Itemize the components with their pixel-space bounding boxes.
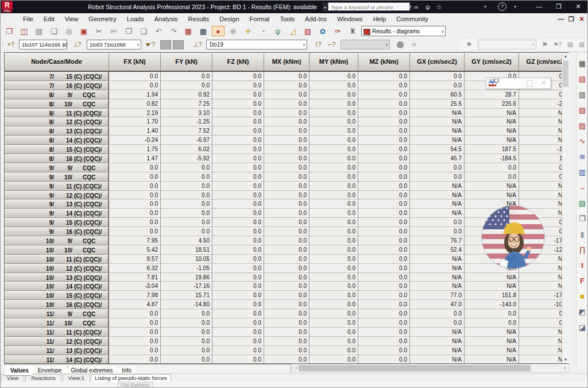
value-cell[interactable]: 0.0 (109, 172, 161, 182)
value-cell[interactable]: 0.0 (161, 191, 212, 200)
value-cell[interactable]: 0.0 (264, 227, 310, 236)
scroll-down-icon[interactable]: ▼ (562, 356, 569, 363)
calculator-icon[interactable]: ▦ (182, 26, 195, 37)
value-cell[interactable]: 0.0 (264, 328, 310, 337)
value-cell[interactable]: 0.0 (310, 72, 358, 81)
value-cell[interactable]: 0.0 (358, 72, 410, 81)
bookmark-help-icon[interactable]: ⚑? (551, 40, 564, 50)
paste-icon[interactable]: ❑ (137, 26, 150, 37)
row-label-cell[interactable]: 11/11 (C) (CQC)/ (5, 328, 109, 337)
value-cell[interactable]: -3.04 (109, 282, 161, 291)
value-cell[interactable]: N/A (410, 126, 465, 136)
window-up-icon[interactable]: ⊞ (577, 40, 587, 50)
value-cell[interactable]: 0.0 (161, 81, 212, 90)
value-cell[interactable]: 25.5 (410, 99, 465, 109)
scroll-right-icon[interactable]: › (562, 364, 568, 372)
value-cell[interactable]: 0.0 (212, 172, 264, 182)
value-cell[interactable]: 0.0 (212, 309, 264, 318)
taskbar-file-explorer[interactable]: File Explorer (117, 382, 153, 388)
value-cell[interactable]: 0.0 (109, 355, 161, 363)
value-cell[interactable]: -17.16 (161, 282, 212, 291)
value-cell[interactable]: 0.0 (109, 72, 161, 81)
search-expand-icon[interactable]: ▸ (323, 3, 328, 11)
value-cell[interactable]: 0.0 (264, 273, 310, 282)
column-header-gx[interactable]: GX (cm/sec2) (410, 53, 465, 71)
value-cell[interactable]: 0.0 (212, 163, 264, 172)
value-cell[interactable]: 0.0 (410, 218, 465, 227)
value-cell[interactable]: 0.0 (109, 191, 161, 200)
value-cell[interactable]: 0.0 (310, 273, 358, 282)
row-label-cell[interactable]: 8/15 (C) (CQC)/ (5, 145, 109, 154)
value-cell[interactable]: 0.0 (310, 109, 358, 118)
floating-mini-window[interactable]: ✕ (486, 78, 551, 89)
value-cell[interactable]: 0. (519, 90, 562, 99)
row-label-cell[interactable]: 11/9/CQC (5, 309, 109, 318)
redo-icon[interactable]: ↷ (167, 26, 180, 37)
value-cell[interactable]: 0.0 (310, 318, 358, 328)
account-avatar-icon[interactable]: ☻ (384, 2, 393, 11)
value-cell[interactable]: N/A (410, 282, 465, 291)
envelope-diagram-icon[interactable]: ≋ (577, 149, 588, 164)
antenna-icon[interactable]: ψ (423, 2, 432, 11)
value-cell[interactable]: 0.0 (358, 218, 410, 227)
value-cell[interactable]: 0.0 (109, 182, 161, 191)
value-cell[interactable]: 0.0 (264, 218, 310, 227)
value-cell[interactable]: -10. (519, 300, 562, 309)
value-cell[interactable]: 10.05 (161, 255, 212, 264)
row-label-cell[interactable]: 11/14 (C) (CQC)/ (5, 355, 109, 363)
value-cell[interactable]: 0.0 (212, 117, 264, 126)
value-cell[interactable]: 0.0 (161, 309, 212, 318)
value-cell[interactable]: 0.0 (161, 218, 212, 227)
value-cell[interactable]: 0.0 (358, 126, 410, 136)
value-cell[interactable]: N/ (519, 191, 562, 200)
minimize-button[interactable]: — (530, 1, 548, 13)
sheet-tab-values[interactable]: Values (4, 367, 35, 376)
link-icon[interactable]: ∞ (408, 39, 420, 49)
value-cell[interactable]: -5.92 (161, 154, 212, 163)
value-cell[interactable]: 0.0 (264, 236, 310, 245)
row-label-cell[interactable]: 10/10/CQC (5, 245, 109, 255)
menu-item-analysis[interactable]: Analysis (149, 13, 183, 25)
value-cell[interactable]: 0.0 (310, 145, 358, 154)
value-cell[interactable]: -1.25 (161, 117, 212, 126)
value-cell[interactable]: 0.0 (358, 90, 410, 99)
value-cell[interactable]: N/ (519, 109, 562, 118)
value-cell[interactable]: 0.0 (212, 245, 264, 255)
bookmark2-icon[interactable]: ⚑ (540, 40, 550, 50)
value-cell[interactable]: 18.51 (161, 245, 212, 255)
plate-table-icon[interactable]: ❐ (577, 211, 588, 226)
value-cell[interactable]: 0.0 (358, 172, 410, 182)
value-cell[interactable]: 0.0 (212, 300, 264, 309)
window-down-icon[interactable]: ⊞ (565, 40, 575, 50)
print-icon[interactable]: ▤ (33, 26, 45, 37)
measure-icon[interactable]: ◿ (287, 26, 299, 37)
value-cell[interactable]: 0.0 (264, 318, 310, 328)
value-cell[interactable]: 4.50 (161, 236, 212, 245)
case-filter-icon[interactable]: ⊥? (191, 39, 204, 49)
value-cell[interactable]: 0.0 (358, 236, 410, 245)
column-header-node-case-mode[interactable]: Node/Case/Mode (5, 53, 109, 71)
value-cell[interactable]: 0.0 (358, 199, 410, 209)
value-cell[interactable]: 5.42 (109, 245, 161, 255)
forces-table-icon[interactable]: ▧ (577, 102, 588, 118)
value-cell[interactable]: 0.0 (410, 227, 465, 236)
value-cell[interactable]: 0. (519, 163, 562, 172)
value-cell[interactable]: 0.0 (358, 99, 410, 109)
value-cell[interactable]: 0.0 (465, 318, 519, 328)
value-cell[interactable]: 45.7 (410, 154, 465, 163)
value-cell[interactable]: 19.86 (161, 273, 212, 282)
value-cell[interactable]: 0.0 (310, 136, 358, 145)
value-cell[interactable]: 0.0 (264, 300, 310, 309)
value-cell[interactable]: N/A (465, 337, 519, 346)
delete-icon[interactable]: ✄ (107, 26, 120, 37)
menu-item-geometry[interactable]: Geometry (83, 13, 121, 25)
value-cell[interactable]: 0.0 (212, 218, 264, 227)
value-cell[interactable]: 1.70 (109, 117, 161, 126)
value-cell[interactable]: N/ (519, 126, 562, 136)
binoculars-icon[interactable]: ∞ (412, 2, 421, 11)
value-cell[interactable]: 6.02 (161, 145, 212, 154)
value-cell[interactable]: 15.71 (161, 291, 212, 300)
value-cell[interactable]: 7.98 (109, 291, 161, 300)
value-cell[interactable]: 0.0 (310, 227, 358, 236)
node-filter-icon[interactable]: ⌖? (5, 39, 17, 49)
